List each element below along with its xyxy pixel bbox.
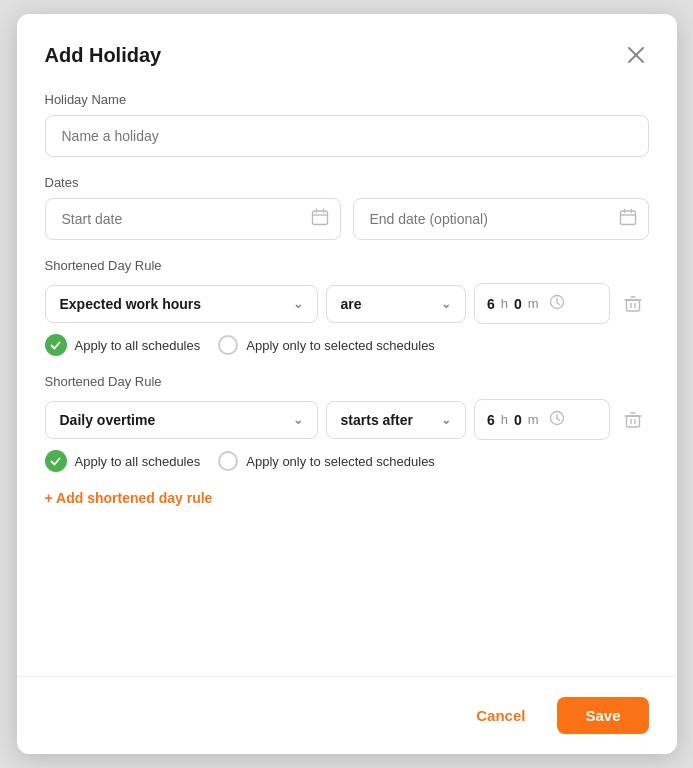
rule2-time-box: 6 h 0 m (474, 399, 610, 440)
rule1-minutes-unit: m (528, 296, 539, 311)
rule2-minutes-unit: m (528, 412, 539, 427)
add-shortened-day-rule-button[interactable]: + Add shortened day rule (45, 490, 213, 506)
dates-row (45, 198, 649, 240)
rule2-hours-unit: h (501, 412, 508, 427)
rule1-condition-label: are (341, 296, 362, 312)
add-holiday-modal: Add Holiday Holiday Name Dates (17, 14, 677, 754)
save-button[interactable]: Save (557, 697, 648, 734)
close-button[interactable] (623, 42, 649, 68)
svg-rect-21 (627, 416, 640, 427)
rule2-condition-chevron-icon: ⌄ (441, 413, 451, 427)
rule1-condition-chevron-icon: ⌄ (441, 297, 451, 311)
rule2-apply-all-check (45, 450, 67, 472)
rule1-minutes: 0 (514, 296, 522, 312)
rule1-section-label: Shortened Day Rule (45, 258, 649, 273)
rule2-condition-select[interactable]: starts after ⌄ (326, 401, 466, 439)
rule2-type-select[interactable]: Daily overtime ⌄ (45, 401, 318, 439)
rule1-row: Expected work hours ⌄ are ⌄ 6 h 0 m (45, 283, 649, 324)
start-date-wrap (45, 198, 341, 240)
rule1-apply-all-option[interactable]: Apply to all schedules (45, 334, 201, 356)
rule1-apply-selected-label: Apply only to selected schedules (246, 338, 435, 353)
rule2-apply-selected-label: Apply only to selected schedules (246, 454, 435, 469)
modal-title: Add Holiday (45, 44, 162, 67)
rule2-block: Shortened Day Rule Daily overtime ⌄ star… (45, 374, 649, 472)
holiday-name-label: Holiday Name (45, 92, 649, 107)
rule1-clock-icon (549, 294, 565, 313)
rule1-delete-button[interactable] (618, 289, 648, 319)
holiday-name-group: Holiday Name (45, 92, 649, 157)
add-rule-label: + Add shortened day rule (45, 490, 213, 506)
rule1-apply-all-check (45, 334, 67, 356)
svg-line-12 (557, 303, 560, 305)
rule2-row: Daily overtime ⌄ starts after ⌄ 6 h 0 m (45, 399, 649, 440)
rule1-block: Shortened Day Rule Expected work hours ⌄… (45, 258, 649, 356)
rule2-clock-icon (549, 410, 565, 429)
rule2-apply-selected-radio (218, 451, 238, 471)
svg-line-20 (557, 419, 560, 421)
end-date-input[interactable] (353, 198, 649, 240)
modal-footer: Cancel Save (17, 676, 677, 754)
rule2-schedule-row: Apply to all schedules Apply only to sel… (45, 450, 649, 472)
rule1-schedule-row: Apply to all schedules Apply only to sel… (45, 334, 649, 356)
rule1-type-chevron-icon: ⌄ (293, 297, 303, 311)
dates-group: Dates (45, 175, 649, 240)
rule1-hours: 6 (487, 296, 495, 312)
rule2-type-label: Daily overtime (60, 412, 156, 428)
rule1-condition-select[interactable]: are ⌄ (326, 285, 466, 323)
rule2-minutes: 0 (514, 412, 522, 428)
rule1-hours-unit: h (501, 296, 508, 311)
modal-body: Holiday Name Dates (17, 84, 677, 676)
holiday-name-input[interactable] (45, 115, 649, 157)
svg-rect-13 (627, 300, 640, 311)
rule2-section-label: Shortened Day Rule (45, 374, 649, 389)
rule1-type-select[interactable]: Expected work hours ⌄ (45, 285, 318, 323)
rule2-apply-selected-option[interactable]: Apply only to selected schedules (218, 451, 435, 471)
rule2-condition-label: starts after (341, 412, 413, 428)
cancel-button[interactable]: Cancel (460, 697, 541, 734)
rule2-type-chevron-icon: ⌄ (293, 413, 303, 427)
rule2-apply-all-label: Apply to all schedules (75, 454, 201, 469)
rule1-apply-selected-option[interactable]: Apply only to selected schedules (218, 335, 435, 355)
rule2-hours: 6 (487, 412, 495, 428)
rule2-delete-button[interactable] (618, 405, 648, 435)
start-date-input[interactable] (45, 198, 341, 240)
dates-label: Dates (45, 175, 649, 190)
rule2-apply-all-option[interactable]: Apply to all schedules (45, 450, 201, 472)
modal-header: Add Holiday (17, 14, 677, 84)
rule1-apply-selected-radio (218, 335, 238, 355)
rule1-apply-all-label: Apply to all schedules (75, 338, 201, 353)
end-date-wrap (353, 198, 649, 240)
rule1-time-box: 6 h 0 m (474, 283, 610, 324)
rule1-type-label: Expected work hours (60, 296, 202, 312)
